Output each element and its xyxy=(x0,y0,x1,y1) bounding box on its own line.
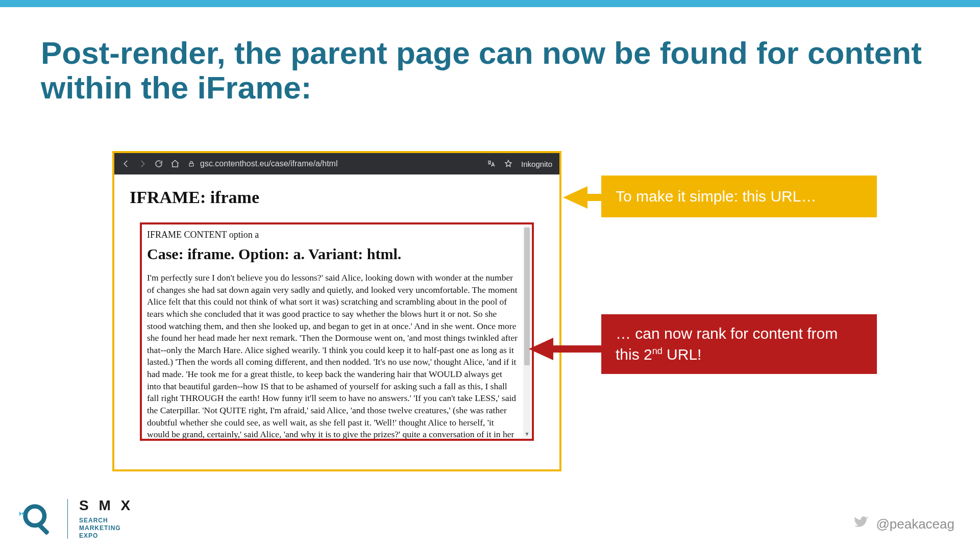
slide-footer: S M X SEARCH MARKETING EXPO @peakaceag xyxy=(0,495,980,551)
iframe-content-box: IFRAME CONTENT option a Case: iframe. Op… xyxy=(140,222,534,441)
star-icon[interactable] xyxy=(504,159,513,168)
callout-yellow: To make it simple: this URL… xyxy=(601,176,877,217)
callout-yellow-text: To make it simple: this URL… xyxy=(616,186,816,207)
translate-icon[interactable] xyxy=(486,159,496,168)
twitter-handle-text: @peakaceag xyxy=(876,516,954,532)
slide-title: Post-render, the parent page can now be … xyxy=(41,36,949,105)
callout-arrow-red xyxy=(529,338,553,360)
logo-sub-line1: SEARCH xyxy=(79,517,133,524)
callout-red-suffix: URL! xyxy=(663,346,702,363)
parent-page-body: IFRAME: iframe IFRAME CONTENT option a C… xyxy=(114,174,559,452)
svg-rect-2 xyxy=(38,523,50,535)
iframe-viewport: IFRAME CONTENT option a Case: iframe. Op… xyxy=(142,224,523,439)
url-field[interactable]: gsc.contenthost.eu/case/iframe/a/html xyxy=(187,159,479,168)
iframe-subheader: IFRAME CONTENT option a xyxy=(147,230,518,240)
scroll-down-arrow[interactable]: ▼ xyxy=(523,430,531,438)
svg-marker-3 xyxy=(19,511,21,516)
iframe-scrollbar[interactable]: ▲ ▼ xyxy=(523,226,531,438)
callout-red-prefix: … can now rank for content from this 2 xyxy=(616,325,838,363)
home-icon[interactable] xyxy=(170,159,180,168)
svg-point-1 xyxy=(26,506,44,525)
browser-address-bar: gsc.contenthost.eu/case/iframe/a/html In… xyxy=(114,153,559,174)
twitter-handle: @peakaceag xyxy=(853,515,954,534)
magnifier-icon xyxy=(19,500,56,537)
svg-rect-0 xyxy=(189,163,193,166)
parent-page-heading: IFRAME: iframe xyxy=(130,188,544,207)
callout-arrow-yellow xyxy=(563,186,587,209)
url-text: gsc.contenthost.eu/case/iframe/a/html xyxy=(200,159,337,168)
reload-icon[interactable] xyxy=(154,159,163,168)
slide-top-accent xyxy=(0,0,980,7)
smx-logo: S M X SEARCH MARKETING EXPO xyxy=(19,497,133,540)
iframe-body-text: I'm perfectly sure I don't believe you d… xyxy=(147,272,518,439)
forward-icon[interactable] xyxy=(138,159,147,168)
iframe-heading: Case: iframe. Option: a. Variant: html. xyxy=(147,245,518,263)
logo-separator xyxy=(67,499,68,539)
callout-red-ordinal: nd xyxy=(652,346,663,356)
back-icon[interactable] xyxy=(121,159,131,168)
svg-marker-4 xyxy=(21,511,23,516)
browser-window: gsc.contenthost.eu/case/iframe/a/html In… xyxy=(112,151,561,471)
callout-red: … can now rank for content from this 2nd… xyxy=(601,314,877,374)
lock-icon xyxy=(187,159,196,168)
incognito-label: Inkognito xyxy=(521,160,552,168)
logo-sub-line2: MARKETING xyxy=(79,524,133,532)
twitter-icon xyxy=(853,515,869,534)
logo-sub-line3: EXPO xyxy=(79,532,133,540)
logo-text-main: S M X xyxy=(79,497,133,514)
